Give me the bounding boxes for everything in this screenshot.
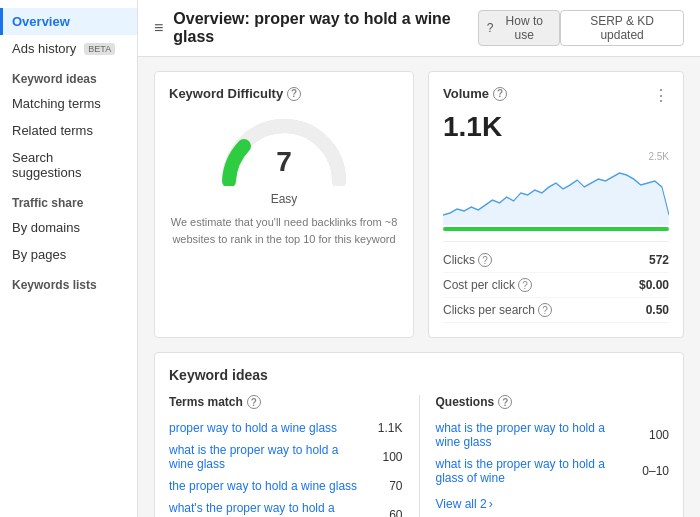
questions-info-icon[interactable]: ?: [498, 395, 512, 409]
header: ≡ Overview: proper way to hold a wine gl…: [138, 0, 700, 57]
terms-row-0: proper way to hold a wine glass 1.1K: [169, 417, 403, 439]
questions-row-1: what is the proper way to hold a glass o…: [436, 453, 670, 489]
questions-chevron-icon: ›: [489, 497, 493, 511]
ki-card-title: Keyword ideas: [169, 367, 669, 383]
terms-keyword-1[interactable]: what is the proper way to hold a wine gl…: [169, 443, 363, 471]
terms-row-1: what is the proper way to hold a wine gl…: [169, 439, 403, 475]
metric-cps: Clicks per search ? 0.50: [443, 298, 669, 323]
beta-badge: BETA: [84, 43, 115, 55]
sidebar-section-keywords-lists: Keywords lists: [0, 268, 137, 296]
sidebar-item-search-suggestions[interactable]: Search suggestions: [0, 144, 137, 186]
volume-card-title: Volume ?: [443, 86, 507, 101]
keyword-ideas-card: Keyword ideas Terms match ? proper way t…: [154, 352, 684, 517]
questions-row-0: what is the proper way to hold a wine gl…: [436, 417, 670, 453]
kd-info-icon[interactable]: ?: [287, 87, 301, 101]
question-vol-1: 0–10: [629, 464, 669, 478]
sidebar: Overview Ads history BETA Keyword ideas …: [0, 0, 138, 517]
svg-marker-0: [443, 173, 669, 225]
sparkline-chart: [443, 165, 669, 225]
metric-clicks: Clicks ? 572: [443, 248, 669, 273]
questions-title: Questions ?: [436, 395, 670, 409]
cps-info-icon[interactable]: ?: [538, 303, 552, 317]
kd-score: 7: [276, 146, 292, 178]
sidebar-item-matching-terms[interactable]: Matching terms: [0, 90, 137, 117]
header-left: ≡ Overview: proper way to hold a wine gl…: [154, 10, 560, 46]
sidebar-item-ads-history-label: Ads history: [12, 41, 76, 56]
gauge-container: 7 Easy: [169, 111, 399, 206]
question-icon: ?: [487, 21, 494, 35]
page-title: Overview: proper way to hold a wine glas…: [173, 10, 467, 46]
question-vol-0: 100: [629, 428, 669, 442]
metric-cpc: Cost per click ? $0.00: [443, 273, 669, 298]
sidebar-item-by-domains[interactable]: By domains: [0, 214, 137, 241]
sparkline-area: 2.5K: [443, 151, 669, 221]
sidebar-item-overview-label: Overview: [12, 14, 70, 29]
terms-vol-0: 1.1K: [363, 421, 403, 435]
sidebar-section-traffic-share: Traffic share: [0, 186, 137, 214]
ki-columns: Terms match ? proper way to hold a wine …: [169, 395, 669, 517]
metrics-row: Clicks ? 572 Cost per click ? $0.00: [443, 241, 669, 323]
sidebar-section-keyword-ideas: Keyword ideas: [0, 62, 137, 90]
terms-vol-3: 60: [363, 508, 403, 517]
terms-keyword-3[interactable]: what's the proper way to hold a wine gla…: [169, 501, 363, 517]
cps-value: 0.50: [646, 303, 669, 317]
sparkline-max-label: 2.5K: [648, 151, 669, 162]
hamburger-icon[interactable]: ≡: [154, 19, 163, 37]
kd-card-title: Keyword Difficulty ?: [169, 86, 399, 101]
terms-keyword-2[interactable]: the proper way to hold a wine glass: [169, 479, 357, 493]
clicks-info-icon[interactable]: ?: [478, 253, 492, 267]
volume-card: Volume ? 1.1K ⋮ 2.5K: [428, 71, 684, 338]
keyword-difficulty-card: Keyword Difficulty ? 7: [154, 71, 414, 338]
how-to-use-button[interactable]: ? How to use: [478, 10, 560, 46]
gauge-wrap: 7: [214, 111, 354, 186]
terms-match-title: Terms match ?: [169, 395, 403, 409]
volume-value: 1.1K: [443, 111, 507, 143]
terms-keyword-0[interactable]: proper way to hold a wine glass: [169, 421, 337, 435]
green-progress-bar: [443, 227, 669, 231]
terms-match-info-icon[interactable]: ?: [247, 395, 261, 409]
volume-info-icon[interactable]: ?: [493, 87, 507, 101]
sidebar-item-overview[interactable]: Overview: [0, 8, 137, 35]
kd-label: Easy: [271, 192, 298, 206]
serp-kd-button[interactable]: SERP & KD updated: [560, 10, 684, 46]
content-area: Keyword Difficulty ? 7: [138, 57, 700, 517]
cpc-value: $0.00: [639, 278, 669, 292]
volume-menu-icon[interactable]: ⋮: [653, 86, 669, 105]
terms-row-3: what's the proper way to hold a wine gla…: [169, 497, 403, 517]
clicks-value: 572: [649, 253, 669, 267]
question-keyword-1[interactable]: what is the proper way to hold a glass o…: [436, 457, 630, 485]
terms-vol-1: 100: [363, 450, 403, 464]
terms-vol-2: 70: [363, 479, 403, 493]
questions-view-all[interactable]: View all 2 ›: [436, 497, 670, 511]
sidebar-item-ads-history[interactable]: Ads history BETA: [0, 35, 137, 62]
question-keyword-0[interactable]: what is the proper way to hold a wine gl…: [436, 421, 630, 449]
sidebar-item-by-pages[interactable]: By pages: [0, 241, 137, 268]
cpc-info-icon[interactable]: ?: [518, 278, 532, 292]
terms-row-2: the proper way to hold a wine glass 70: [169, 475, 403, 497]
volume-title-group: Volume ? 1.1K: [443, 86, 507, 151]
ki-column-divider: [419, 395, 420, 517]
kd-description: We estimate that you'll need backlinks f…: [169, 214, 399, 247]
sidebar-item-related-terms[interactable]: Related terms: [0, 117, 137, 144]
main-content: ≡ Overview: proper way to hold a wine gl…: [138, 0, 700, 517]
volume-header: Volume ? 1.1K ⋮: [443, 86, 669, 151]
terms-match-column: Terms match ? proper way to hold a wine …: [169, 395, 403, 517]
top-panels: Keyword Difficulty ? 7: [154, 71, 684, 338]
questions-column: Questions ? what is the proper way to ho…: [436, 395, 670, 517]
